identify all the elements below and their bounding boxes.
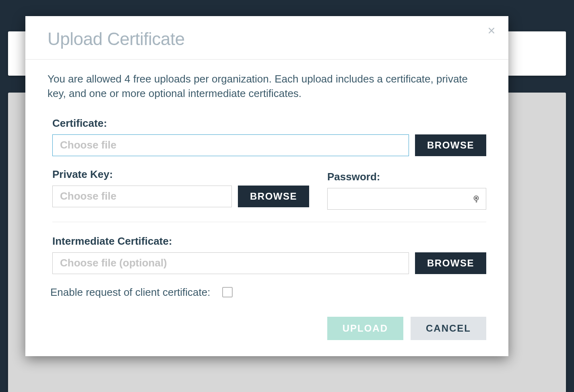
password-input[interactable] bbox=[327, 188, 486, 210]
private-key-field-group: Private Key: BROWSE bbox=[52, 168, 309, 210]
intermediate-field-group: Intermediate Certificate: BROWSE bbox=[52, 235, 486, 274]
svg-point-3 bbox=[475, 197, 477, 199]
close-icon bbox=[487, 27, 496, 35]
private-key-file-input[interactable] bbox=[52, 186, 232, 207]
certificate-field-group: Certificate: BROWSE bbox=[52, 117, 486, 156]
upload-certificate-modal: Upload Certificate You are allowed 4 fre… bbox=[25, 16, 508, 356]
client-cert-checkbox-label: Enable request of client certificate: bbox=[50, 286, 210, 299]
private-key-label: Private Key: bbox=[52, 168, 309, 181]
private-key-file-row: BROWSE bbox=[52, 186, 309, 207]
form-section: Certificate: BROWSE Private Key: BROWSE … bbox=[47, 117, 486, 340]
client-cert-checkbox-row: Enable request of client certificate: bbox=[50, 286, 486, 299]
modal-body: You are allowed 4 free uploads per organ… bbox=[25, 60, 508, 356]
modal-header: Upload Certificate bbox=[25, 16, 508, 60]
private-key-browse-button[interactable]: BROWSE bbox=[238, 186, 309, 207]
password-field-group: Password: bbox=[327, 168, 486, 210]
cancel-button[interactable]: CANCEL bbox=[411, 317, 486, 340]
certificate-browse-button[interactable]: BROWSE bbox=[415, 134, 486, 156]
section-divider bbox=[52, 222, 486, 222]
intro-text: You are allowed 4 free uploads per organ… bbox=[47, 72, 486, 101]
password-input-wrap bbox=[327, 188, 486, 210]
certificate-file-row: BROWSE bbox=[52, 134, 486, 156]
key-icon bbox=[472, 194, 481, 203]
password-label: Password: bbox=[327, 171, 486, 183]
intermediate-file-input[interactable] bbox=[52, 252, 409, 274]
close-button[interactable] bbox=[486, 25, 497, 36]
modal-footer: UPLOAD CANCEL bbox=[52, 317, 486, 340]
certificate-label: Certificate: bbox=[52, 117, 486, 130]
modal-title: Upload Certificate bbox=[47, 29, 486, 49]
intermediate-label: Intermediate Certificate: bbox=[52, 235, 486, 248]
intermediate-browse-button[interactable]: BROWSE bbox=[415, 252, 486, 274]
certificate-file-input[interactable] bbox=[52, 134, 409, 156]
upload-button[interactable]: UPLOAD bbox=[327, 317, 403, 340]
private-key-password-row: Private Key: BROWSE Password: bbox=[52, 168, 486, 210]
intermediate-file-row: BROWSE bbox=[52, 252, 486, 274]
client-cert-checkbox[interactable] bbox=[222, 287, 233, 297]
